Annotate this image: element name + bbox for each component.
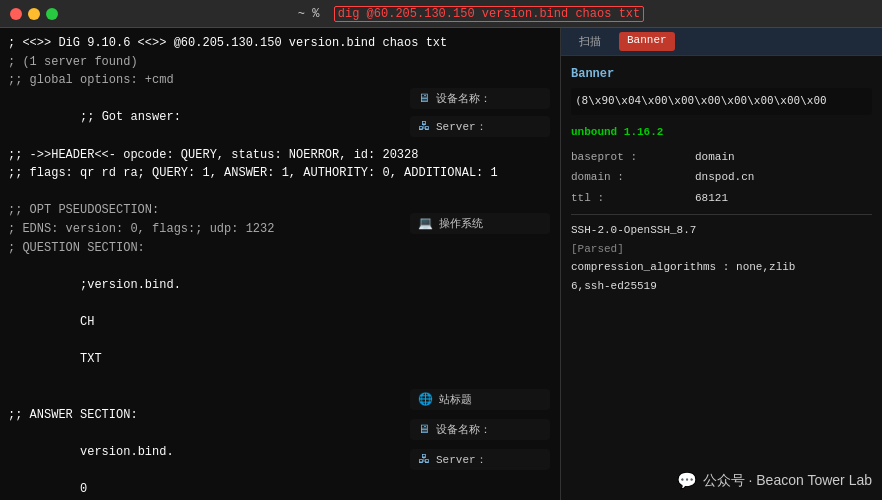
terminal-window: ~ % dig @60.205.130.150 version.bind cha…	[0, 0, 882, 500]
device-icon-2: 🖥	[418, 422, 430, 437]
ssh-banner-val: SSH-2.0-OpenSSH_8.7	[571, 221, 872, 240]
right-panel-content: Banner (8\x90\x04\x00\x00\x00\x00\x00\x0…	[561, 56, 882, 304]
domain-val: dnspod.cn	[695, 168, 754, 187]
ttl-row: ttl : 68121	[571, 189, 872, 208]
domain-row: domain : dnspod.cn	[571, 168, 872, 187]
baseprot-key: baseprot :	[571, 148, 691, 167]
server-icon: 🖧	[418, 119, 430, 134]
overlay-device-name: 🖥 设备名称：	[410, 88, 550, 109]
output-line-6: ;; flags: qr rd ra; QUERY: 1, ANSWER: 1,…	[8, 164, 552, 183]
divider-1	[571, 214, 872, 215]
output-line-2: ; (1 server found)	[8, 53, 552, 72]
got-answer-text: Got answer:	[102, 110, 181, 124]
minimize-dot[interactable]	[28, 8, 40, 20]
right-panel-tabs: 扫描 Banner	[561, 28, 882, 56]
output-line-10: ; QUESTION SECTION:	[8, 239, 552, 258]
answer-name: version.bind.	[80, 445, 174, 459]
output-spacer-1	[8, 183, 552, 202]
banner-section-title: Banner	[571, 64, 872, 84]
domain-key: domain :	[571, 168, 691, 187]
question-name: ;version.bind.	[80, 278, 181, 292]
answer-ttl: 0	[80, 482, 87, 496]
terminal-panel: ; <<>> DiG 9.10.6 <<>> @60.205.130.150 v…	[0, 28, 560, 500]
question-class: CH	[80, 315, 94, 329]
ttl-key: ttl :	[571, 189, 691, 208]
banner-hex-text: (8\x90\x04\x00\x00\x00\x00\x00\x00\x00	[571, 88, 872, 115]
baseprot-row: baseprot : domain	[571, 148, 872, 167]
ssh-parsed-val: [Parsed]	[571, 240, 872, 259]
terminal-top-bar: ~ % dig @60.205.130.150 version.bind cha…	[0, 0, 882, 28]
close-dot[interactable]	[10, 8, 22, 20]
command-display: dig @60.205.130.150 version.bind chaos t…	[334, 6, 644, 22]
server-icon-2: 🖧	[418, 452, 430, 467]
dns-version-value: unbound 1.16.2	[571, 123, 872, 142]
terminal-title: ~ % dig @60.205.130.150 version.bind cha…	[70, 7, 872, 21]
device-name-label: 设备名称：	[436, 91, 491, 106]
baseprot-val: domain	[695, 148, 735, 167]
output-line-11: ;version.bind. CH TXT	[8, 257, 552, 387]
server-label-2: Server：	[436, 452, 487, 467]
os-icon: 💻	[418, 216, 433, 231]
device-name-label-2: 设备名称：	[436, 422, 491, 437]
window-controls	[10, 8, 58, 20]
ttl-val: 68121	[695, 189, 728, 208]
right-panel: 扫描 Banner Banner (8\x90\x04\x00\x00\x00\…	[560, 28, 882, 500]
tab-scan[interactable]: 扫描	[571, 32, 609, 51]
overlay-os: 💻 操作系统	[410, 213, 550, 234]
content-area: ; <<>> DiG 9.10.6 <<>> @60.205.130.150 v…	[0, 28, 882, 500]
output-line-5: ;; ->>HEADER<<- opcode: QUERY, status: N…	[8, 146, 552, 165]
site-label: 站标题	[439, 392, 472, 407]
overlay-server2: 🖧 Server：	[410, 449, 550, 470]
maximize-dot[interactable]	[46, 8, 58, 20]
server-label: Server：	[436, 119, 487, 134]
hostkey-val: 6,ssh-ed25519	[571, 277, 872, 296]
output-line-3: ;; global options: +cmd	[8, 71, 552, 90]
tab-banner[interactable]: Banner	[619, 32, 675, 51]
site-icon: 🌐	[418, 392, 433, 407]
overlay-site: 🌐 站标题	[410, 389, 550, 410]
overlay-device-name2: 🖥 设备名称：	[410, 419, 550, 440]
question-type: TXT	[80, 352, 102, 366]
output-line-1: ; <<>> DiG 9.10.6 <<>> @60.205.130.150 v…	[8, 34, 552, 53]
compression-val: compression_algorithms : none,zlib	[571, 258, 872, 277]
overlay-server: 🖧 Server：	[410, 116, 550, 137]
os-label: 操作系统	[439, 216, 483, 231]
watermark-text: 公众号 · Beacon Tower Lab	[703, 472, 872, 490]
watermark-icon: 💬	[677, 471, 697, 490]
device-icon: 🖥	[418, 91, 430, 106]
watermark: 💬 公众号 · Beacon Tower Lab	[677, 471, 872, 490]
prompt-symbol: ~ %	[298, 7, 320, 21]
